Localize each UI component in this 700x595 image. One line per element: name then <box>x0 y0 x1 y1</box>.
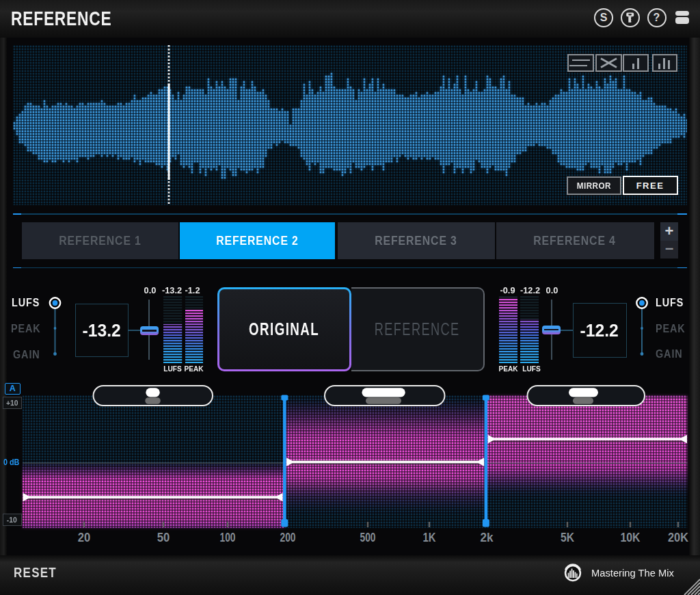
svg-text:20K: 20K <box>668 531 688 544</box>
svg-text:20: 20 <box>78 531 91 544</box>
svg-text:50: 50 <box>157 531 170 544</box>
svg-text:500: 500 <box>360 531 376 544</box>
svg-text:5K: 5K <box>561 531 574 544</box>
svg-text:2k: 2k <box>481 531 494 544</box>
svg-text:10K: 10K <box>621 531 641 544</box>
svg-text:1K: 1K <box>423 531 436 544</box>
svg-text:200: 200 <box>280 531 296 544</box>
svg-text:100: 100 <box>220 531 236 544</box>
